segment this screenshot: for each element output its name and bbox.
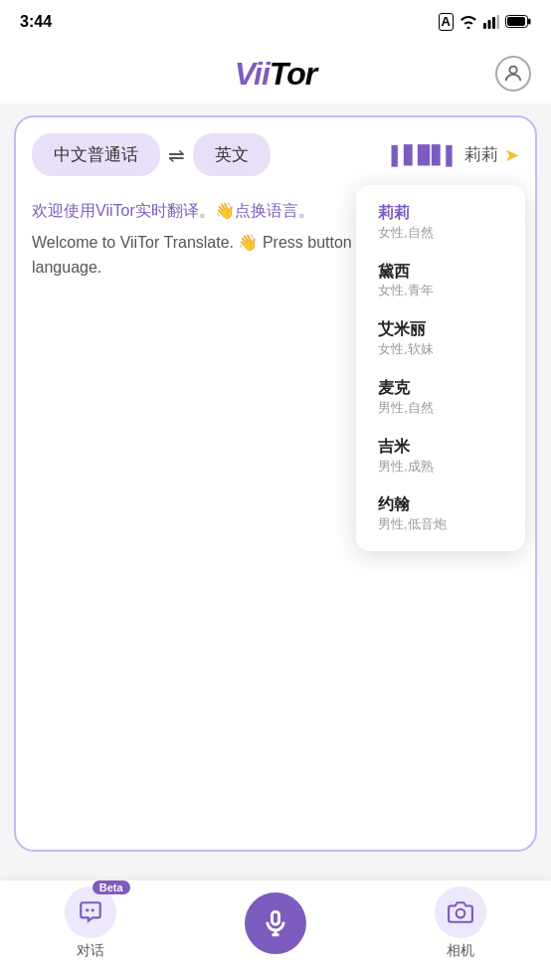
voice-name-label: 莉莉 <box>464 143 498 166</box>
svg-rect-10 <box>272 911 278 924</box>
voice-option-name: 莉莉 <box>378 203 503 224</box>
voice-option-name: 黛西 <box>378 262 503 283</box>
logo-vi: Vii <box>235 56 270 92</box>
svg-point-9 <box>91 908 93 911</box>
nav-dialog[interactable]: Beta 对话 <box>65 886 116 960</box>
voice-option-desc: 男性,低音炮 <box>378 516 503 533</box>
voice-option[interactable]: 艾米丽女性,软妹 <box>356 309 525 368</box>
svg-point-8 <box>86 908 89 911</box>
svg-point-7 <box>509 67 516 74</box>
voice-option[interactable]: 麦克男性,自然 <box>356 368 525 427</box>
svg-rect-5 <box>528 19 531 25</box>
header: ViiTor <box>0 44 551 103</box>
beta-badge: Beta <box>92 881 130 894</box>
svg-rect-0 <box>483 23 486 29</box>
swap-language-icon[interactable]: ⇌ <box>168 143 185 167</box>
app-logo: ViiTor <box>235 56 316 93</box>
svg-rect-6 <box>507 17 525 26</box>
voice-option[interactable]: 黛西女性,青年 <box>356 252 525 310</box>
camera-icon <box>448 899 473 925</box>
voice-option-desc: 女性,自然 <box>378 225 503 242</box>
cursor-icon: ➤ <box>504 144 519 166</box>
profile-button[interactable] <box>495 56 531 92</box>
voice-option-desc: 女性,软妹 <box>378 341 503 358</box>
voice-option[interactable]: 莉莉女性,自然 <box>356 193 525 252</box>
svg-rect-2 <box>492 17 495 29</box>
voice-option[interactable]: 约翰男性,低音炮 <box>356 485 525 543</box>
voice-option-desc: 男性,成熟 <box>378 459 503 476</box>
status-icons: A <box>439 13 531 32</box>
auto-brightness-icon: A <box>439 13 454 32</box>
signal-icon <box>483 15 499 29</box>
nav-camera[interactable]: 相机 <box>435 886 486 960</box>
source-language-button[interactable]: 中文普通话 <box>32 133 160 176</box>
main-area: 中文普通话 ⇌ 英文 ▌▋▉▋▌ 莉莉 ➤ 欢迎使用ViiTor实时翻译。👋点换… <box>14 115 537 852</box>
target-language-button[interactable]: 英文 <box>193 133 271 176</box>
voice-option-desc: 男性,自然 <box>378 400 503 417</box>
nav-mic[interactable] <box>245 892 306 954</box>
voice-option-name: 艾米丽 <box>378 319 503 340</box>
camera-label: 相机 <box>447 942 474 960</box>
status-bar: 3:44 A <box>0 0 551 44</box>
battery-icon <box>505 15 531 28</box>
voice-dropdown: 莉莉女性,自然黛西女性,青年艾米丽女性,软妹麦克男性,自然吉米男性,成熟约翰男性… <box>356 185 525 551</box>
dialog-icon <box>78 899 103 925</box>
voice-option-name: 吉米 <box>378 437 503 458</box>
svg-point-13 <box>457 909 465 918</box>
voice-option[interactable]: 吉米男性,成熟 <box>356 427 525 486</box>
voice-option-name: 约翰 <box>378 494 503 515</box>
camera-icon-wrap <box>435 886 486 938</box>
logo-tor: Tor <box>270 56 316 92</box>
bottom-navigation: Beta 对话 相机 <box>0 881 551 980</box>
status-time: 3:44 <box>20 13 52 31</box>
profile-icon <box>502 63 524 85</box>
wifi-icon <box>459 15 477 29</box>
voice-selector[interactable]: ▌▋▉▋▌ 莉莉 ➤ <box>391 143 519 166</box>
voice-option-name: 麦克 <box>378 378 503 399</box>
mic-icon <box>262 909 289 937</box>
language-bar: 中文普通话 ⇌ 英文 ▌▋▉▋▌ 莉莉 ➤ <box>32 133 519 176</box>
voice-option-desc: 女性,青年 <box>378 283 503 299</box>
waveform-icon: ▌▋▉▋▌ <box>391 144 459 166</box>
dialog-label: 对话 <box>77 942 104 960</box>
svg-rect-1 <box>488 20 491 29</box>
svg-rect-3 <box>497 15 500 29</box>
mic-icon-wrap <box>245 892 306 954</box>
